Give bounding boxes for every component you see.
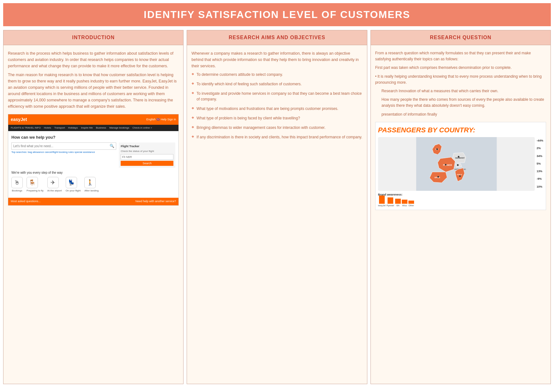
svg-point-8 — [445, 164, 446, 166]
pct-6: -9% — [537, 177, 543, 181]
svg-point-11 — [459, 175, 461, 177]
ej-search-links: Top searches: bag allowance cancel/fligh… — [11, 150, 116, 154]
col2-header: RESEARCH AIMS AND OBJECTIVES — [187, 30, 367, 45]
ej-footer-right[interactable]: Need help with another service? — [135, 199, 176, 204]
svg-point-9 — [458, 156, 459, 157]
rq-sub2: How many people the there who comes from… — [375, 97, 546, 109]
ej-menu-item-6[interactable]: Business — [96, 126, 106, 130]
brand-awareness-title: Brand awareness: — [378, 193, 543, 197]
airport-icon: ✈ — [47, 177, 59, 188]
bookings-icon: 🖱 — [11, 177, 23, 188]
ej-nav-right: English 🇬🇧 Help Sign in — [146, 118, 176, 122]
rq-para1: From a research question which normally … — [375, 50, 546, 62]
rq-para2: First part was taken which comprises the… — [375, 65, 546, 71]
easyjet-mockup: easyJet English 🇬🇧 Help Sign in FLIGHTS … — [8, 114, 179, 206]
rq-sub1: Research Innovation of what a measures t… — [375, 88, 546, 94]
ej-search-box: 🔍 Top searches: bag allowance cancel/fli… — [11, 142, 116, 154]
ej-icon-airport-label: At the airport — [47, 189, 62, 192]
aim-4: What type of motivations and frustration… — [191, 106, 362, 112]
bar-label-wizz: Wizz — [402, 204, 407, 208]
main-title: IDENTIFY SATISFACTION LEVEL OF CUSTOMERS — [9, 9, 545, 21]
bar-label-easyjet: easyJet — [378, 204, 386, 208]
column-introduction: INTRODUCTION Research is the process whi… — [3, 30, 184, 384]
ej-navbar: easyJet English 🇬🇧 Help Sign in — [8, 114, 178, 125]
ej-tracker-input[interactable] — [121, 154, 173, 160]
col3-header: RESEARCH QUESTION — [371, 30, 551, 45]
col1-body: Research is the process which helps busi… — [3, 45, 183, 384]
ej-body: How can we help you? 🔍 Top searches: bag… — [8, 131, 178, 196]
aim-3: To investigate and provide home services… — [191, 91, 362, 102]
aim-6: Bringing dilemmas to wider management ca… — [191, 125, 362, 130]
svg-point-7 — [436, 148, 438, 150]
svg-text:FRANCE: FRANCE — [443, 164, 452, 166]
bar-rect-easyjet — [379, 196, 385, 204]
preparing-icon: 🪑 — [27, 177, 38, 188]
bar-label-other: Other — [408, 204, 414, 208]
ej-footer-left[interactable]: Most asked questions... — [11, 199, 41, 204]
bar-rect-ba — [395, 199, 401, 204]
column-rq: RESEARCH QUESTION From a research questi… — [370, 30, 551, 384]
bar-chart: easyJet Ryanair BA — [378, 198, 543, 207]
ej-search-icon[interactable]: 🔍 — [108, 143, 116, 149]
ej-icon-flight-label: On your flight — [66, 189, 81, 192]
ej-icon-flight[interactable]: 💺 On your flight — [66, 177, 81, 193]
ej-icon-landing-label: After landing — [84, 189, 99, 192]
ej-help-title: How can we help you? — [11, 134, 175, 141]
ej-icon-preparing-label: Preparing to fly — [27, 189, 44, 192]
col2-body: Whenever a company makes a research to g… — [187, 45, 367, 384]
map-row: UK FRANCE GERMANY SWITZERLAND — [378, 137, 543, 191]
col1-header: INTRODUCTION — [3, 30, 183, 45]
pct-5: 13% — [537, 169, 543, 174]
bar-label-ba: BA — [396, 204, 399, 208]
bar-wizz: Wizz — [402, 200, 407, 208]
ej-steps: We're with you every step of the way 🖱 B… — [11, 170, 175, 193]
ej-menu: FLIGHTS & TRAVEL INFO Hotels Transport H… — [8, 125, 178, 131]
ej-icon-preparing[interactable]: 🪑 Preparing to fly — [27, 177, 44, 193]
ej-logo: easyJet — [11, 116, 27, 123]
bar-rect-ryanair — [388, 197, 393, 204]
columns-wrapper: INTRODUCTION Research is the process whi… — [3, 30, 551, 384]
aims-list: To determine customers attitude to selec… — [191, 72, 362, 140]
ej-icons: 🖱 Bookings 🪑 Preparing to fly ✈ At the a — [11, 177, 175, 193]
pct-7: 10% — [537, 185, 543, 189]
bar-easyjet: easyJet — [378, 196, 386, 208]
page-wrapper: IDENTIFY SATISFACTION LEVEL OF CUSTOMERS… — [0, 0, 554, 392]
ej-icon-bookings-label: Bookings — [12, 189, 22, 192]
col1-intro1: Research is the process which helps busi… — [8, 50, 179, 69]
ej-tracker-subtitle: Check the status of your flight — [121, 149, 173, 153]
ej-icon-landing[interactable]: 🚶 After landing — [84, 177, 99, 193]
col3-body: From a research question which normally … — [371, 45, 551, 384]
ej-menu-item-4[interactable]: Holidays — [68, 126, 78, 130]
pct-4: 5% — [537, 162, 543, 166]
col1-intro2: The main reason for making research is t… — [8, 72, 179, 110]
bar-other: Other — [408, 201, 414, 208]
aim-2: To identify which kind of feeling such s… — [191, 81, 362, 87]
svg-text:GERMANY: GERMANY — [455, 157, 465, 159]
ej-menu-item-8[interactable]: Check-in online > — [132, 126, 152, 130]
brand-awareness-section: Brand awareness: easyJet Ryanair — [378, 193, 543, 208]
main-header: IDENTIFY SATISFACTION LEVEL OF CUSTOMERS — [3, 3, 551, 26]
ej-tracker-search-button[interactable]: Search — [121, 161, 173, 166]
rq-sub3: presentation of information finally — [375, 112, 546, 118]
passengers-infographic: PASSENGERS BY COUNTRY: UK — [375, 122, 546, 210]
ej-menu-item-1[interactable]: FLIGHTS & TRAVEL INFO — [11, 126, 41, 130]
pct-1: -44% — [537, 139, 543, 143]
ej-tracker: Flight Tracker Check the status of your … — [119, 142, 175, 168]
ej-menu-item-3[interactable]: Transport — [54, 126, 65, 130]
pct-3: 34% — [537, 154, 543, 159]
ej-search-input[interactable] — [12, 143, 108, 149]
pct-2: 2% — [537, 146, 543, 151]
bar-label-ryanair: Ryanair — [387, 204, 394, 208]
aim-7: If any discrimination is there in societ… — [191, 134, 362, 140]
ej-icon-airport[interactable]: ✈ At the airport — [47, 177, 62, 193]
ej-icon-bookings[interactable]: 🖱 Bookings — [11, 177, 23, 193]
ej-menu-item-2[interactable]: Hotels — [44, 126, 51, 130]
svg-text:ITALY: ITALY — [457, 173, 462, 175]
europe-map-svg: UK FRANCE GERMANY SWITZERLAND — [378, 137, 535, 191]
landing-icon: 🚶 — [84, 177, 96, 188]
svg-point-12 — [437, 176, 439, 178]
aim-1: To determine customers attitude to selec… — [191, 72, 362, 77]
ej-menu-item-7[interactable]: Manage bookings — [109, 126, 129, 130]
bar-ba: BA — [395, 199, 401, 208]
ej-menu-item-5[interactable]: Inspire Me — [81, 126, 93, 130]
